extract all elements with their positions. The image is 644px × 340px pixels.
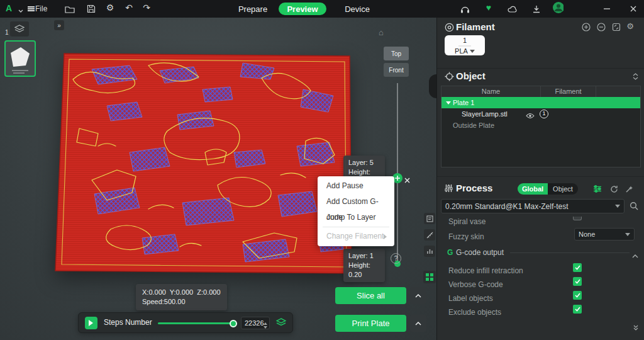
layers-view-icon[interactable] <box>276 318 286 329</box>
row-plate[interactable]: Plate 1 <box>441 97 640 108</box>
process-scope-toggle: Global Object <box>518 183 578 195</box>
add-filament-icon[interactable] <box>580 21 592 33</box>
user-avatar[interactable] <box>552 3 564 13</box>
process-sliders-icon <box>445 184 453 195</box>
setting-label-objects: Label objects <box>448 292 493 303</box>
download-icon[interactable] <box>531 4 542 14</box>
steps-slider-track[interactable] <box>158 322 235 324</box>
spiral-vase-checkbox-clipped[interactable] <box>573 217 582 220</box>
annotate-tool-icon[interactable] <box>424 213 435 224</box>
home-view-icon[interactable]: ⌂ <box>379 28 384 37</box>
open-folder-icon[interactable] <box>64 4 75 14</box>
model-filament-badge[interactable]: 1 <box>540 110 548 118</box>
steps-spinner[interactable] <box>264 320 267 331</box>
panel-collapse-handle[interactable] <box>429 74 436 98</box>
print-options-caret[interactable] <box>410 315 426 332</box>
layer-tooltip-layer: Layer: 5 <box>348 158 380 167</box>
position-coords: X:0.000 Y:0.000 Z:0.000 <box>142 288 221 297</box>
section-collapse-chevron-icon[interactable] <box>632 249 638 261</box>
app-logo[interactable]: A <box>6 3 12 13</box>
fuzzy-skin-select[interactable]: None <box>574 228 635 241</box>
section-rule <box>510 252 630 253</box>
object-target-icon <box>445 72 454 84</box>
help-button[interactable]: ? <box>391 253 401 264</box>
remove-filament-icon[interactable] <box>596 21 607 33</box>
file-menu[interactable]: File <box>35 4 47 13</box>
label-objects-checkbox[interactable] <box>573 291 582 300</box>
favorites-heart-icon[interactable]: ♥ <box>483 3 494 13</box>
row-expand-caret-icon <box>446 101 451 107</box>
filament-caret-icon <box>470 50 475 55</box>
view-top-button[interactable]: Top <box>384 47 409 60</box>
preset-dropdown[interactable]: 0.20mm Standard@K1 Max-Zelf-test <box>441 199 625 213</box>
object-collapse-icon[interactable] <box>630 71 641 82</box>
reset-icon[interactable] <box>608 183 619 195</box>
minimize-icon[interactable] <box>601 4 613 14</box>
filament-slot-material: PLA <box>445 47 485 55</box>
menu-add-custom-gcode[interactable]: Add Custom G-code <box>318 194 394 210</box>
wizard-wand-icon[interactable] <box>623 183 635 195</box>
filament-section-title: Filament <box>456 21 495 32</box>
setting-fuzzy-skin: Fuzzy skin <box>448 230 484 242</box>
filament-spool-icon <box>445 23 454 35</box>
tab-prepare[interactable]: Prepare <box>234 4 272 14</box>
row-outside-plate[interactable]: Outside Plate <box>441 120 640 131</box>
support-headset-icon[interactable] <box>459 4 470 14</box>
toggle-object[interactable]: Object <box>548 183 578 195</box>
row-model[interactable]: SlayerLamp.stl 1 <box>441 108 640 120</box>
gcode-section-icon: G <box>447 248 453 257</box>
settings-gear-icon[interactable]: ⚙ <box>104 3 116 13</box>
right-panel: Filament ⚙ 1 PLA Object Name Filament Pl… <box>436 18 644 340</box>
slice-options-caret[interactable] <box>410 287 426 304</box>
slice-all-button[interactable]: Slice all <box>335 287 406 304</box>
steps-value-input[interactable]: 22326 <box>241 317 270 329</box>
setting-spiral-vase: Spiral vase <box>448 217 486 227</box>
process-section-title: Process <box>456 183 492 193</box>
filament-slot-chip[interactable]: 1 PLA <box>445 35 485 55</box>
stats-tool-icon[interactable] <box>424 246 435 257</box>
filament-settings-gear-icon[interactable]: ⚙ <box>625 20 636 31</box>
layer-context-menu: Add Pause Add Custom G-code Jump To Laye… <box>318 176 394 246</box>
col-filament: Filament <box>541 86 596 97</box>
toggle-global[interactable]: Global <box>518 183 548 195</box>
tab-preview[interactable]: Preview <box>279 3 326 15</box>
view-front-button[interactable]: Front <box>384 63 409 77</box>
steps-label: Steps Number <box>104 313 152 332</box>
exclude-objects-checkbox[interactable] <box>573 305 582 314</box>
setting-reduce-infill: Reduce infill retraction <box>448 264 523 276</box>
filament-slot-number: 1 <box>458 36 471 47</box>
object-table: Name Filament Plate 1 SlayerLamp.stl 1 O… <box>441 86 641 167</box>
expand-toolbar-button[interactable]: » <box>54 20 64 30</box>
plate-thumbnail[interactable] <box>4 40 36 77</box>
verbose-gcode-checkbox[interactable] <box>573 277 582 286</box>
redo-icon[interactable]: ↷ <box>141 3 152 13</box>
process-settings-list: Spiral vase Fuzzy skin None G G-code out… <box>437 217 644 330</box>
tab-device[interactable]: Device <box>338 4 376 14</box>
undo-icon[interactable]: ↶ <box>123 3 135 13</box>
print-plate-button[interactable]: Print Plate <box>335 315 406 332</box>
cloud-icon[interactable] <box>507 4 518 14</box>
reduce-infill-checkbox[interactable] <box>573 263 582 272</box>
col-name: Name <box>441 86 541 97</box>
layer-marker-remove-icon[interactable] <box>404 174 410 186</box>
play-button[interactable] <box>85 317 97 329</box>
tune-filter-icon[interactable] <box>592 183 603 195</box>
search-preset-icon[interactable] <box>628 200 640 212</box>
layout-grid-icon[interactable] <box>423 271 436 283</box>
save-icon[interactable] <box>86 4 97 14</box>
menu-change-filament[interactable]: Change Filament <box>318 229 394 244</box>
flush-volume-icon[interactable] <box>611 21 622 33</box>
close-icon[interactable] <box>628 4 639 14</box>
fuzzy-caret-icon <box>625 233 630 239</box>
gcode-section-title: G-code output <box>456 248 504 257</box>
plate-tool-button[interactable] <box>10 21 29 37</box>
menu-jump-to-layer[interactable]: Jump To Layer <box>318 210 394 225</box>
layer-base-layer: Layer: 1 <box>348 251 380 261</box>
sliced-plate[interactable] <box>54 52 352 278</box>
menu-add-pause[interactable]: Add Pause <box>318 178 394 194</box>
steps-slider-handle[interactable] <box>230 320 237 327</box>
object-section-title: Object <box>456 71 486 81</box>
fuzzy-skin-value: None <box>579 230 595 238</box>
scroll-bottom-button[interactable] <box>631 322 641 332</box>
measure-tool-icon[interactable] <box>424 229 435 241</box>
